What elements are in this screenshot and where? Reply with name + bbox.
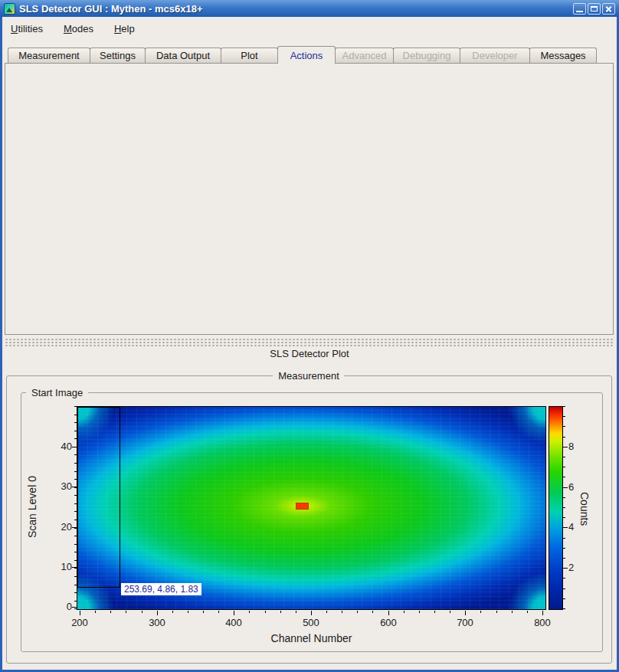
actions-tab-pane [5, 63, 614, 335]
tab-debugging: Debugging [393, 48, 460, 63]
close-button[interactable] [602, 3, 615, 15]
x-minor-ticks [80, 611, 543, 613]
app-icon [4, 3, 15, 15]
tab-data-output[interactable]: Data Output [145, 48, 221, 63]
tab-measurement[interactable]: Measurement [8, 48, 90, 63]
colorbar-tick-label: 2 [568, 562, 581, 573]
colorbar [549, 406, 563, 610]
splitter-handle[interactable] [5, 338, 614, 346]
x-tick-label: 400 [217, 617, 251, 628]
colorbar-title: Counts [577, 474, 591, 544]
peak-marker [296, 503, 309, 510]
x-tick-label: 300 [140, 617, 174, 628]
x-tick-label: 700 [448, 617, 482, 628]
maximize-button[interactable] [588, 3, 601, 15]
x-axis-title: Channel Number [77, 632, 546, 644]
tab-plot[interactable]: Plot [221, 48, 278, 63]
titlebar[interactable]: SLS Detector GUI : Mythen - mcs6x18+ [0, 0, 619, 17]
tab-advanced: Advanced [335, 48, 394, 63]
colorbar-minor-ticks [563, 406, 565, 610]
menu-modes[interactable]: Modes [61, 22, 96, 35]
tab-developer: Developer [460, 48, 530, 63]
cursor-readout: 253.69, 4.86, 1.83 [121, 583, 201, 595]
y-tick-label: 40 [54, 441, 72, 452]
main-window: SLS Detector GUI : Mythen - mcs6x18+ Uti… [0, 0, 619, 672]
x-tick-label: 500 [294, 617, 328, 628]
menu-utilities[interactable]: Utilities [8, 22, 45, 35]
x-tick-label: 600 [372, 617, 405, 628]
start-image-group-title: Start Image [26, 387, 88, 398]
heatmap-canvas[interactable] [77, 406, 546, 610]
plot-dock-title: SLS Detector Plot [0, 348, 619, 359]
titlebar-buttons [573, 3, 615, 15]
y-axis-title: Scan Level 0 [26, 451, 40, 564]
tab-messages[interactable]: Messages [529, 48, 597, 63]
tab-settings[interactable]: Settings [90, 48, 146, 63]
y-tick-label: 10 [54, 561, 72, 572]
tab-bar: Measurement Settings Data Output Plot Ac… [8, 46, 596, 64]
menu-help[interactable]: Help [112, 22, 137, 35]
y-tick-label: 30 [54, 480, 72, 492]
y-tick-label: 20 [54, 521, 72, 533]
x-tick-label: 200 [63, 617, 97, 628]
window-title: SLS Detector GUI : Mythen - mcs6x18+ [19, 3, 569, 15]
zoom-selection-rect [77, 407, 120, 588]
y-tick-label: 0 [54, 601, 72, 612]
minimize-button[interactable] [573, 3, 586, 15]
x-tick-label: 800 [526, 617, 559, 628]
colorbar-tick-label: 8 [568, 441, 581, 452]
menubar: Utilities Modes Help [8, 20, 137, 37]
tab-actions[interactable]: Actions [277, 46, 336, 64]
measurement-group-title: Measurement [273, 370, 344, 382]
